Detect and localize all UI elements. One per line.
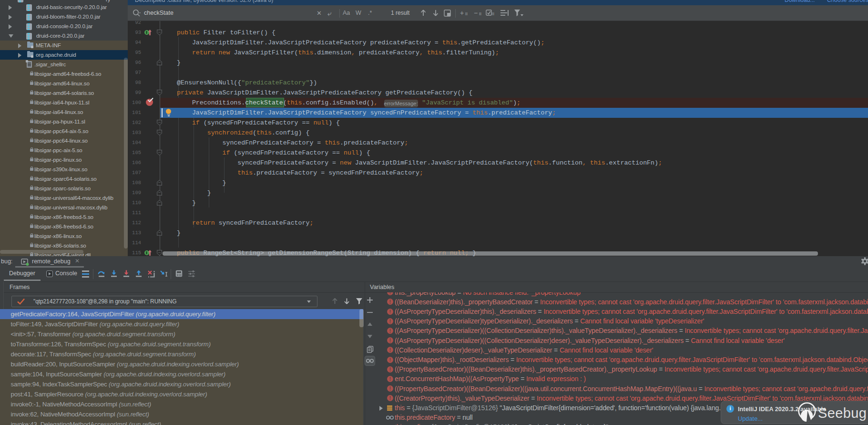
svg-text:Seebug: Seebug (818, 405, 867, 421)
